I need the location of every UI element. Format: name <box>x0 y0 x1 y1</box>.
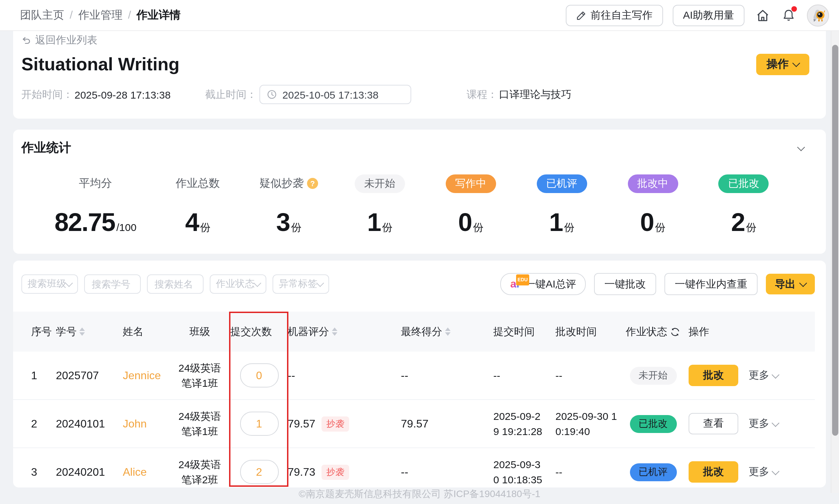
deadline-input[interactable]: 2025-10-05 17:13:38 <box>260 85 412 104</box>
breadcrumb-separator: / <box>128 9 131 21</box>
status-badge-machine-reviewed: 已机评 <box>536 174 587 193</box>
more-dropdown[interactable]: 更多 <box>749 465 778 478</box>
stat-value: 1 <box>367 208 381 237</box>
status-badge: 已批改 <box>630 415 677 433</box>
more-dropdown[interactable]: 更多 <box>749 369 778 382</box>
notification-badge <box>791 6 797 12</box>
grade-button[interactable]: 批改 <box>689 461 738 483</box>
class-filter-placeholder: 搜索班级 <box>28 278 66 290</box>
col-machine-score: 机器评分 <box>288 325 401 338</box>
course-value: 口译理论与技巧 <box>499 88 572 101</box>
tag-filter-placeholder: 异常标签 <box>279 278 317 290</box>
chevron-down-icon <box>799 279 807 287</box>
stat-total-count: 作业总数 4份 <box>168 174 227 237</box>
chevron-down-icon <box>254 279 261 287</box>
submit-count-pill[interactable]: 1 <box>240 412 278 436</box>
sort-icon[interactable] <box>79 327 85 336</box>
plagiarism-badge: 抄袭 <box>322 416 349 431</box>
go-self-writing-button[interactable]: 前往自主写作 <box>566 4 663 26</box>
sort-icon[interactable] <box>445 327 451 336</box>
deadline-value: 2025-10-05 17:13:38 <box>283 89 404 100</box>
view-button[interactable]: 查看 <box>689 413 738 434</box>
stat-grading: 批改中 0份 <box>623 174 682 237</box>
cell-seq: 2 <box>31 417 56 430</box>
batch-grade-button[interactable]: 一键批改 <box>594 273 656 295</box>
name-input[interactable] <box>153 278 197 290</box>
cell-seq: 1 <box>31 369 56 382</box>
student-id-search-input[interactable] <box>84 274 141 294</box>
col-seq: 序号 <box>31 325 56 338</box>
stat-value: 1 <box>549 208 563 237</box>
machine-score: 79.57 <box>288 417 315 430</box>
more-dropdown[interactable]: 更多 <box>749 417 778 430</box>
chevron-down-icon <box>792 59 800 67</box>
student-name-link[interactable]: Jennice <box>123 369 161 381</box>
class-filter-select[interactable]: 搜索班级 <box>21 274 78 294</box>
status-badge-not-started: 未开始 <box>355 174 405 193</box>
student-name-link[interactable]: John <box>123 417 147 429</box>
start-time-label: 开始时间： <box>21 88 73 101</box>
col-submit-time: 提交时间 <box>493 325 555 338</box>
action-dropdown-button[interactable]: 操作 <box>756 53 809 75</box>
stat-unit: 份 <box>291 221 302 234</box>
stat-value: 82.75 <box>55 208 115 237</box>
cell-submit-time: 2025-09-30 10:18:35 <box>493 457 555 487</box>
deadline-label: 截止时间： <box>205 88 257 101</box>
ai-assistant-usage-button[interactable]: AI助教用量 <box>673 4 744 26</box>
sort-icon[interactable] <box>332 327 337 336</box>
list-toolbar: ai EDU 一键AI总评 一键批改 一键作业内查重 导出 <box>501 273 815 295</box>
page: 团队主页 / 作业管理 / 作业详情 前往自主写作 AI助教用量 <box>0 0 839 504</box>
cell-student-id: 20240201 <box>56 466 123 478</box>
scrollbar-track[interactable] <box>831 31 839 493</box>
duplicate-check-label: 一键作业内查重 <box>675 278 747 291</box>
statistics-row: 平均分 82.75/100 作业总数 4份 疑似抄袭 ? 3份 未开始 1份 写… <box>21 156 809 237</box>
start-time-value: 2025-09-28 17:13:38 <box>75 89 171 100</box>
student-name-link[interactable]: Alice <box>123 466 147 477</box>
col-final-score: 最终得分 <box>401 325 493 338</box>
student-id-input[interactable] <box>90 278 135 290</box>
stat-value: 4 <box>185 208 199 237</box>
breadcrumb-homework-detail: 作业详情 <box>137 8 181 22</box>
cell-class: 24级英语笔译1班 <box>169 409 230 439</box>
col-submit-count: 提交次数 <box>230 325 288 338</box>
assignment-detail-card: 返回作业列表 Situational Writing 操作 开始时间： 2025… <box>13 31 826 119</box>
one-click-ai-review-button[interactable]: ai EDU 一键AI总评 <box>501 273 586 295</box>
submit-count-pill[interactable]: 2 <box>240 460 278 484</box>
stat-value: 2 <box>731 208 744 237</box>
breadcrumb-homework-management[interactable]: 作业管理 <box>78 8 122 22</box>
home-icon[interactable] <box>754 7 771 23</box>
avatar[interactable] <box>807 4 829 27</box>
export-button[interactable]: 导出 <box>766 274 815 294</box>
grade-button[interactable]: 批改 <box>689 365 738 386</box>
chevron-down-icon <box>65 279 73 287</box>
name-search-input[interactable] <box>147 274 204 294</box>
status-badge: 已机评 <box>630 463 677 481</box>
statistics-card: 作业统计 平均分 82.75/100 作业总数 4份 疑似抄袭 ? 3份 未开始 <box>13 130 826 254</box>
pencil-icon <box>576 10 586 20</box>
batch-grade-label: 一键批改 <box>604 278 646 291</box>
collapse-chevron-icon[interactable] <box>798 141 804 154</box>
chevron-down-icon <box>316 279 324 287</box>
status-filter-placeholder: 作业状态 <box>216 278 255 290</box>
cell-submit-time: 2025-09-29 19:21:28 <box>493 409 555 439</box>
submit-count-pill[interactable]: 0 <box>240 363 278 387</box>
stat-writing: 写作中 0份 <box>441 174 501 237</box>
stat-graded: 已批改 2份 <box>714 174 773 237</box>
stat-value: 3 <box>276 208 290 237</box>
help-icon[interactable]: ? <box>307 178 318 189</box>
duplicate-check-button[interactable]: 一键作业内查重 <box>664 273 758 295</box>
edu-badge: EDU <box>516 274 529 285</box>
back-to-list-link[interactable]: 返回作业列表 <box>21 34 97 47</box>
notification-bell-icon[interactable] <box>780 7 797 23</box>
scrollbar-thumb[interactable] <box>832 45 838 436</box>
status-badge: 未开始 <box>630 366 677 384</box>
breadcrumb-separator: / <box>70 9 73 21</box>
statistics-title: 作业统计 <box>21 139 71 156</box>
status-filter-select[interactable]: 作业状态 <box>210 274 266 294</box>
refresh-icon[interactable] <box>670 326 680 337</box>
machine-score: -- <box>288 369 295 382</box>
cell-class: 24级英语笔译1班 <box>169 360 230 391</box>
breadcrumb-team-home[interactable]: 团队主页 <box>20 8 64 22</box>
filter-row: 搜索班级 作业状态 异常标签 ai EDU <box>21 274 815 294</box>
abnormal-tag-filter-select[interactable]: 异常标签 <box>273 274 329 294</box>
